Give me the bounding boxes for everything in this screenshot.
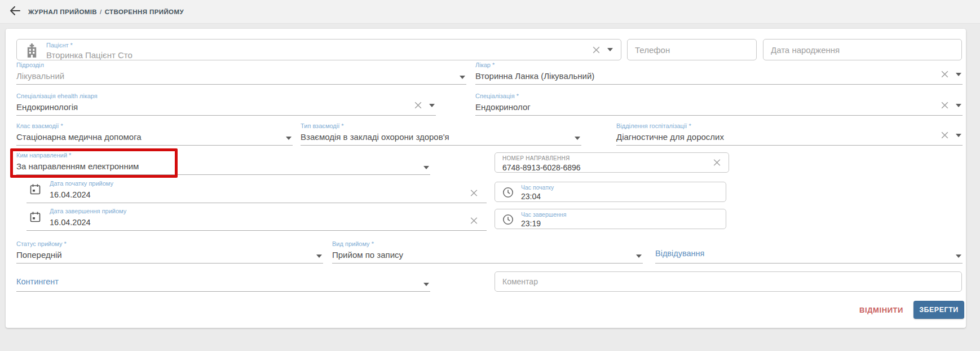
referral-number-label: НОМЕР НАПРАВЛЕННЯ [502, 155, 581, 162]
attendance-dropdown-arrow-icon[interactable] [956, 255, 961, 258]
doctor-dropdown-arrow-icon[interactable] [956, 73, 961, 76]
referral-number-field[interactable]: НОМЕР НАПРАВЛЕННЯ 6748-8913-6028-6896 [495, 152, 729, 173]
visit-kind-dropdown-arrow-icon[interactable] [636, 255, 642, 258]
end-date-field[interactable]: Дата завершення прийому 16.04.2024 [27, 208, 487, 231]
start-date-value: 16.04.2024 [50, 189, 487, 200]
specialization-clear-icon[interactable] [940, 100, 950, 110]
start-time-label: Час початку [521, 184, 554, 191]
breadcrumb-current: СТВОРЕННЯ ПРИЙОМУ [105, 8, 184, 15]
specialization-value: Ендокринолог [475, 102, 963, 113]
status-label: Статус прийому * [16, 240, 323, 248]
contingent-field[interactable]: Контингент [16, 269, 430, 292]
clock-icon [502, 186, 514, 201]
end-time-value: 23:19 [521, 219, 566, 229]
back-arrow-icon [8, 4, 22, 20]
comment-input[interactable] [495, 272, 961, 291]
interaction-class-label: Клас взаємодії * [16, 122, 293, 130]
interaction-class-value: Стаціонарна медична допомога [16, 131, 293, 143]
end-date-label: Дата завершення прийому [50, 208, 487, 215]
start-time-field[interactable]: Час початку 23:04 [495, 182, 726, 202]
calendar-icon [29, 211, 41, 225]
specialization-field[interactable]: Спеціалізація * Ендокринолог [475, 93, 963, 116]
start-date-field[interactable]: Дата початку прийому 16.04.2024 [27, 180, 487, 203]
interaction-type-value: Взаємодія в закладі охорони здоров'я [301, 131, 581, 143]
interaction-class-field[interactable]: Клас взаємодії * Стаціонарна медична доп… [16, 122, 293, 146]
end-time-field[interactable]: Час завершення 23:19 [495, 209, 726, 229]
calendar-icon [29, 183, 41, 198]
birth-date-field-box [763, 39, 962, 60]
start-date-clear-icon[interactable] [469, 188, 479, 198]
create-appointment-card: Пацієнт * Вторинка Пацієнт Сто Підрозділ… [6, 29, 966, 328]
end-date-clear-icon[interactable] [469, 216, 479, 225]
hospitalization-unit-label: Відділення госпіталізації * [616, 122, 963, 130]
save-button[interactable]: ЗБЕРЕГТИ [913, 301, 964, 319]
ehealth-specialization-value: Ендокринологія [16, 102, 436, 113]
attendance-field[interactable]: Відвідування [655, 240, 963, 264]
hospitalization-unit-value: Діагностичне для дорослих [616, 131, 963, 143]
patient-dropdown-arrow-icon[interactable] [607, 48, 613, 51]
phone-input[interactable] [628, 40, 756, 60]
interaction-type-label: Тип взаємодії * [301, 122, 581, 130]
birth-date-input[interactable] [763, 40, 961, 60]
patient-value: Вторинка Пацієнт Сто [46, 50, 133, 61]
visit-kind-field[interactable]: Вид прийому * Прийом по запису [332, 240, 643, 264]
referred-by-dropdown-arrow-icon[interactable] [423, 166, 429, 169]
comment-field-box [495, 271, 962, 292]
ehealth-specialization-label: Спеціалізація ehealth лікаря [16, 93, 436, 100]
visit-kind-value: Прийом по запису [332, 249, 643, 261]
hospitalization-unit-field[interactable]: Відділення госпіталізації * Діагностичне… [616, 122, 963, 146]
patient-label: Пацієнт * [46, 42, 133, 49]
ehealth-specialization-field[interactable]: Спеціалізація ehealth лікаря Ендокриноло… [16, 93, 436, 116]
end-date-value: 16.04.2024 [50, 217, 487, 228]
status-field[interactable]: Статус прийому * Попередній [16, 240, 323, 264]
department-label: Підрозділ [16, 62, 466, 69]
back-button[interactable] [8, 5, 23, 19]
clock-icon [502, 213, 514, 228]
doctor-field[interactable]: Лікар * Вторинна Ланка (Лікувальний) [475, 62, 963, 85]
contingent-label: Контингент [16, 276, 59, 287]
referral-number-clear-icon[interactable] [712, 158, 722, 168]
hospitalization-unit-dropdown-arrow-icon[interactable] [956, 134, 961, 137]
attendance-label: Відвідування [655, 248, 704, 259]
breadcrumb-journal-link[interactable]: ЖУРНАЛ ПРИЙОМІВ [28, 8, 97, 15]
contingent-dropdown-arrow-icon[interactable] [423, 283, 429, 286]
cancel-button[interactable]: ВІДМІНИТИ [850, 301, 912, 319]
interaction-class-dropdown-arrow-icon[interactable] [286, 137, 292, 140]
referral-number-value: 6748-8913-6028-6896 [502, 163, 581, 173]
department-dropdown-arrow-icon[interactable] [460, 76, 465, 79]
interaction-type-dropdown-arrow-icon[interactable] [575, 137, 580, 140]
referred-by-label: Ким направлений * [16, 152, 430, 159]
ehealth-specialization-clear-icon[interactable] [413, 100, 423, 110]
specialization-dropdown-arrow-icon[interactable] [956, 104, 961, 107]
ehealth-specialization-dropdown-arrow-icon[interactable] [429, 104, 435, 107]
doctor-label: Лікар * [475, 62, 963, 69]
referred-by-value: За направленням електронним [16, 161, 430, 172]
hospitalization-unit-clear-icon[interactable] [940, 130, 950, 140]
phone-field-box [627, 39, 757, 60]
status-dropdown-arrow-icon[interactable] [316, 255, 322, 258]
status-value: Попередній [16, 249, 323, 261]
breadcrumb: ЖУРНАЛ ПРИЙОМІВ/СТВОРЕННЯ ПРИЙОМУ [28, 8, 184, 15]
department-field[interactable]: Підрозділ Лікувальний [16, 62, 466, 85]
hospital-building-icon [25, 43, 38, 60]
patient-field[interactable]: Пацієнт * Вторинка Пацієнт Сто [16, 39, 621, 60]
start-time-value: 23:04 [521, 192, 554, 201]
start-date-label: Дата початку прийому [50, 180, 487, 187]
referred-by-field[interactable]: Ким направлений * За направленням електр… [16, 152, 430, 175]
end-time-label: Час завершення [521, 211, 566, 218]
breadcrumb-separator: / [100, 8, 102, 15]
patient-clear-icon[interactable] [591, 45, 601, 55]
interaction-type-field[interactable]: Тип взаємодії * Взаємодія в закладі охор… [301, 122, 581, 146]
doctor-clear-icon[interactable] [940, 69, 950, 79]
doctor-value: Вторинна Ланка (Лікувальний) [475, 71, 963, 82]
department-value: Лікувальний [16, 71, 466, 82]
visit-kind-label: Вид прийому * [332, 240, 643, 248]
top-bar: ЖУРНАЛ ПРИЙОМІВ/СТВОРЕННЯ ПРИЙОМУ [0, 0, 980, 24]
specialization-label: Спеціалізація * [475, 93, 963, 100]
